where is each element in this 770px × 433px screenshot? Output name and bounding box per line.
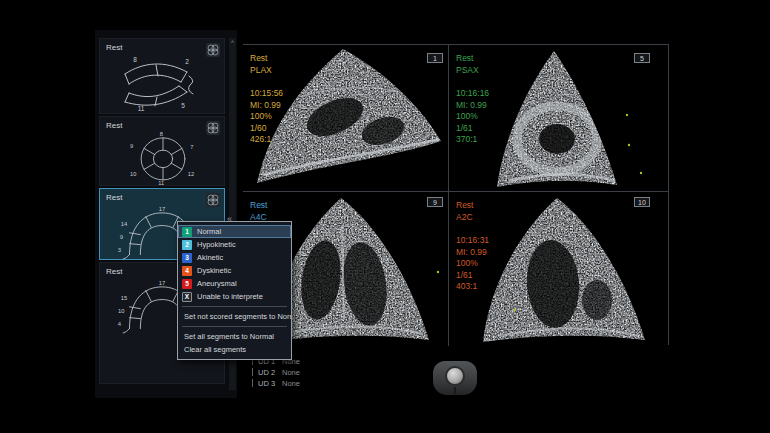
panel-state-label: Rest xyxy=(106,43,122,52)
state-label: Rest xyxy=(250,53,283,65)
bullseye-icon[interactable] xyxy=(206,43,220,57)
score-2-icon: 2 xyxy=(182,240,192,250)
scroll-up-icon[interactable]: ˄ xyxy=(229,39,236,45)
ud-row: UD 3 None xyxy=(252,379,300,387)
menu-item-clear-all-segments[interactable]: Clear all segments xyxy=(178,343,291,356)
panel-state-label: Rest xyxy=(106,193,122,202)
svg-text:7: 7 xyxy=(190,144,193,150)
bullseye-icon[interactable] xyxy=(206,121,220,135)
quadrant-info: Rest PLAX 10:15:56 MI: 0.99 100% 1/60 42… xyxy=(250,53,283,146)
sax-segment-diagram: 8 7 12 11 10 9 xyxy=(100,130,226,186)
svg-text:5: 5 xyxy=(181,102,185,109)
view-label: PSAX xyxy=(456,65,489,77)
ud-name: UD 3 xyxy=(258,379,282,388)
panel-state-label: Rest xyxy=(106,121,122,130)
acquisition-stats: 10:16:16 MI: 0.99 100% 1/61 370:1 xyxy=(456,88,489,146)
svg-text:11: 11 xyxy=(138,105,145,112)
depth-scale-marks xyxy=(626,114,642,174)
menu-item-label: Hypokinetic xyxy=(197,240,236,249)
svg-text:12: 12 xyxy=(188,171,194,177)
score-1-icon: 1 xyxy=(182,227,192,237)
app-screen: Rest 8 2 11 5 Rest xyxy=(0,0,770,433)
menu-item-aneurysmal[interactable]: 5 Aneurysmal xyxy=(178,277,291,290)
quadrant-plax[interactable]: Rest PLAX 10:15:56 MI: 0.99 100% 1/60 42… xyxy=(243,45,448,191)
ud-value: None xyxy=(282,379,300,388)
svg-text:2: 2 xyxy=(185,58,189,65)
svg-text:9: 9 xyxy=(130,143,133,149)
acquisition-stats: 10:16:31 MI: 0.99 100% 1/61 403:1 xyxy=(456,235,489,293)
trackball-icon xyxy=(433,361,477,395)
quadrant-a2c[interactable]: Rest A2C 10:16:31 MI: 0.99 100% 1/61 403… xyxy=(449,192,669,346)
svg-text:17: 17 xyxy=(159,280,166,286)
quadrant-info: Rest PSAX 10:16:16 MI: 0.99 100% 1/61 37… xyxy=(456,53,489,146)
quadrant-info: Rest A2C 10:16:31 MI: 0.99 100% 1/61 403… xyxy=(456,200,489,293)
svg-text:14: 14 xyxy=(121,221,128,227)
score-x-icon: X xyxy=(182,292,192,302)
menu-item-label: Unable to interprete xyxy=(197,292,263,301)
state-label: Rest xyxy=(250,200,267,212)
svg-text:11: 11 xyxy=(158,180,164,186)
bullseye-icon[interactable] xyxy=(206,193,220,207)
quadrant-number-badge: 9 xyxy=(427,197,443,207)
menu-item-label: Dyskinetic xyxy=(197,266,231,275)
ud-name: UD 2 xyxy=(258,368,282,377)
menu-item-label: Normal xyxy=(197,227,221,236)
state-label: Rest xyxy=(456,200,489,212)
menu-item-label: Aneurysmal xyxy=(197,279,237,288)
panel-state-label: Rest xyxy=(106,267,122,276)
menu-item-set-all-normal[interactable]: Set all segments to Normal xyxy=(178,330,291,343)
quad-divider-horizontal xyxy=(243,191,669,192)
quadrant-psax[interactable]: Rest PSAX 10:16:16 MI: 0.99 100% 1/61 37… xyxy=(449,45,669,191)
ud-value: None xyxy=(282,368,300,377)
score-3-icon: 3 xyxy=(182,253,192,263)
view-label: A2C xyxy=(456,212,489,224)
plax-segment-diagram: 8 2 11 5 xyxy=(103,52,221,112)
menu-item-normal[interactable]: 1 Normal xyxy=(178,225,291,238)
menu-separator xyxy=(182,306,287,307)
svg-text:8: 8 xyxy=(160,131,163,137)
menu-item-label: Akinetic xyxy=(197,253,223,262)
view-panel-plax[interactable]: Rest 8 2 11 5 xyxy=(99,38,225,114)
svg-text:3: 3 xyxy=(118,247,122,253)
score-5-icon: 5 xyxy=(182,279,192,289)
quadrant-number-badge: 10 xyxy=(634,197,650,207)
user-defined-labels: UD 1 None UD 2 None UD 3 None xyxy=(252,357,300,390)
trackball-notch xyxy=(454,387,456,394)
state-label: Rest xyxy=(456,53,489,65)
svg-text:15: 15 xyxy=(121,295,128,301)
wall-motion-score-menu: 1 Normal 2 Hypokinetic 3 Akinetic 4 Dysk… xyxy=(177,221,292,360)
svg-text:17: 17 xyxy=(159,206,166,212)
acquisition-stats: 10:15:56 MI: 0.99 100% 1/60 426:1 xyxy=(250,88,283,146)
menu-item-set-not-scored-normal[interactable]: Set not scored segments to Normal xyxy=(178,310,291,323)
depth-scale-marks xyxy=(437,271,439,273)
menu-separator xyxy=(182,326,287,327)
view-panel-sax[interactable]: Rest 8 7 12 11 10 9 xyxy=(99,116,225,186)
menu-item-unable-to-interprete[interactable]: X Unable to interprete xyxy=(178,290,291,303)
svg-text:4: 4 xyxy=(118,321,122,327)
menu-item-dyskinetic[interactable]: 4 Dyskinetic xyxy=(178,264,291,277)
quad-display: Rest PLAX 10:15:56 MI: 0.99 100% 1/60 42… xyxy=(243,44,669,345)
quadrant-info: Rest A4C xyxy=(250,200,267,223)
depth-scale-marks xyxy=(514,309,516,311)
menu-item-hypokinetic[interactable]: 2 Hypokinetic xyxy=(178,238,291,251)
svg-text:9: 9 xyxy=(120,234,123,240)
quadrant-number-badge: 5 xyxy=(634,53,650,63)
score-4-icon: 4 xyxy=(182,266,192,276)
svg-text:10: 10 xyxy=(130,171,136,177)
quad-divider-vertical xyxy=(448,45,449,346)
menu-item-akinetic[interactable]: 3 Akinetic xyxy=(178,251,291,264)
view-label: PLAX xyxy=(250,65,283,77)
ud-row: UD 2 None xyxy=(252,368,300,376)
svg-text:8: 8 xyxy=(133,56,137,63)
trackball-ball xyxy=(445,366,465,386)
quadrant-number-badge: 1 xyxy=(427,53,443,63)
svg-text:10: 10 xyxy=(118,308,125,314)
